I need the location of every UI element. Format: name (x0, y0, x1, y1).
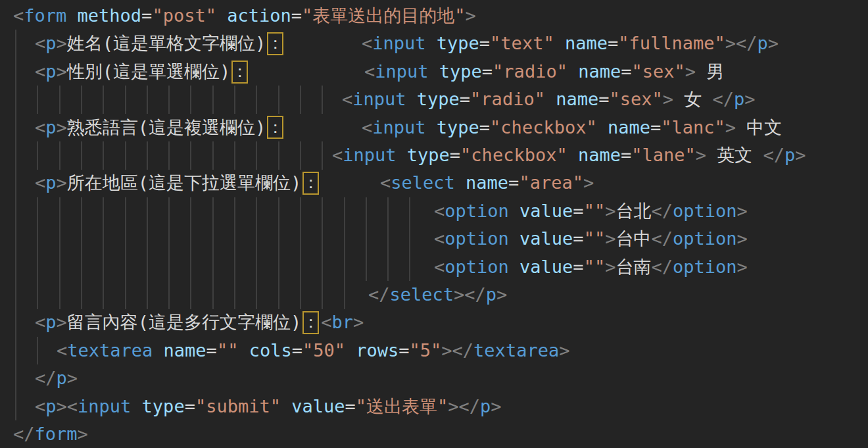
indent-guide (212, 86, 214, 114)
code-token: "radio" (470, 86, 545, 113)
code-line-11[interactable]: </select></p> (0, 281, 868, 309)
code-token: cols (249, 337, 292, 364)
code-token (66, 2, 77, 30)
code-token: = (479, 30, 490, 57)
code-editor[interactable]: <form method="post" action="表單送出的目的地"><p… (0, 0, 868, 448)
code-line-13[interactable]: <textarea name="" cols="50" rows="5"></t… (0, 337, 868, 365)
code-token: > (57, 30, 67, 57)
code-token: 台北 (615, 197, 651, 225)
indent-guide (147, 86, 148, 114)
indent-guide (256, 253, 257, 282)
indent-guide (81, 253, 82, 282)
code-token: </ (713, 86, 735, 113)
code-line-4[interactable]: <input type="radio" name="sex"> 女 </p> (0, 86, 868, 114)
code-token: > (78, 420, 88, 448)
code-token: > (454, 281, 464, 309)
indent-guide (15, 364, 16, 393)
code-line-9[interactable]: <option value="">台中</option> (0, 225, 868, 253)
code-line-1[interactable]: <form method="post" action="表單送出的目的地"> (0, 2, 868, 30)
code-token: value (519, 225, 573, 253)
code-token: = (573, 197, 583, 225)
indent-guide (125, 225, 126, 253)
code-token (545, 86, 556, 113)
indent-guide (59, 86, 60, 114)
code-token: type (437, 30, 479, 57)
indent-guide (190, 225, 191, 253)
code-segment: <input type="radio" name="sex"> 男 (364, 58, 724, 86)
code-line-12[interactable]: <p>留言內容(這是多行文字欄位)：<br> (0, 309, 868, 337)
indent-guide (81, 197, 82, 226)
indent-guide (344, 225, 345, 253)
indent-guide (300, 253, 301, 282)
code-segment: <p>留言內容(這是多行文字欄位)：<br> (35, 309, 364, 337)
code-segment: </p> (35, 364, 78, 393)
code-token: textarea (67, 337, 153, 364)
indent-guide (278, 197, 279, 226)
indent-guide (15, 253, 16, 282)
code-token: > (57, 309, 67, 336)
code-token (597, 114, 608, 141)
code-token: = (185, 393, 195, 420)
code-segment: <option value="">台南</option> (434, 253, 748, 282)
indent-guide (147, 141, 148, 170)
code-token: 留言內容(這是多行文字欄位) (67, 309, 302, 336)
code-token: > (725, 30, 736, 57)
code-token: "checkbox" (490, 114, 597, 141)
code-line-5[interactable]: <p>熟悉語言(這是複選欄位)：<input type="checkbox" n… (0, 114, 868, 142)
code-token: > (768, 30, 779, 57)
code-segment: <p>姓名(這是單格文字欄位)： (35, 30, 285, 58)
code-line-6[interactable]: <input type="checkbox" name="lane"> 英文 <… (0, 141, 868, 170)
indent-guide (344, 253, 345, 282)
code-line-8[interactable]: <option value="">台北</option> (0, 197, 868, 226)
code-line-14[interactable]: </p> (0, 364, 868, 393)
code-token: > (441, 337, 452, 364)
code-segment: <select name="area"> (380, 169, 594, 197)
indent-guide (59, 281, 60, 309)
indent-guide (190, 253, 191, 282)
code-token (455, 169, 466, 197)
code-segment: </form> (13, 420, 88, 448)
indent-guide (15, 86, 16, 114)
code-token: option (673, 253, 737, 281)
code-token: "sex" (609, 86, 662, 113)
code-token: < (35, 393, 45, 420)
code-token: p (784, 141, 795, 169)
code-line-16[interactable]: </form> (0, 420, 868, 448)
code-line-10[interactable]: <option value="">台南</option> (0, 253, 868, 282)
code-token: "" (584, 225, 606, 253)
code-line-3[interactable]: <p>性別(這是單選欄位)：<input type="radio" name="… (0, 58, 868, 86)
unicode-highlight-box: ： (267, 32, 283, 55)
code-token: > (605, 197, 615, 225)
indent-guide (59, 141, 60, 170)
indent-guide (278, 141, 279, 170)
indent-guide (234, 141, 235, 170)
code-line-15[interactable]: <p><input type="submit" value="送出表單"></p… (0, 393, 868, 421)
code-segment: <p><input type="submit" value="送出表單"></p… (35, 393, 502, 421)
code-token (216, 2, 227, 30)
code-token: = (482, 58, 493, 86)
indent-guide (15, 225, 16, 253)
indent-guide (59, 197, 60, 226)
code-token: < (362, 114, 372, 141)
code-token: form (24, 2, 66, 30)
indent-guide (190, 281, 191, 309)
code-token: name (164, 337, 206, 364)
indent-guide (103, 253, 104, 282)
code-token: input (78, 393, 131, 420)
code-token: form (35, 420, 78, 448)
indent-guide (125, 141, 126, 170)
code-token: > (559, 337, 569, 364)
code-token: p (486, 281, 496, 309)
code-token: p (57, 364, 67, 392)
code-token: type (417, 86, 460, 113)
code-token: > (448, 393, 458, 420)
indent-guide (15, 114, 16, 142)
indent-guide (15, 281, 16, 309)
code-token: = (598, 86, 609, 113)
indent-guide (278, 225, 279, 253)
code-line-2[interactable]: <p>姓名(這是單格文字欄位)：<input type="text" name=… (0, 30, 868, 58)
indent-guide (125, 197, 126, 226)
code-token: > (583, 169, 594, 197)
code-line-7[interactable]: <p>所在地區(這是下拉選單欄位)：<select name="area"> (0, 169, 868, 197)
indent-guide (212, 197, 214, 226)
